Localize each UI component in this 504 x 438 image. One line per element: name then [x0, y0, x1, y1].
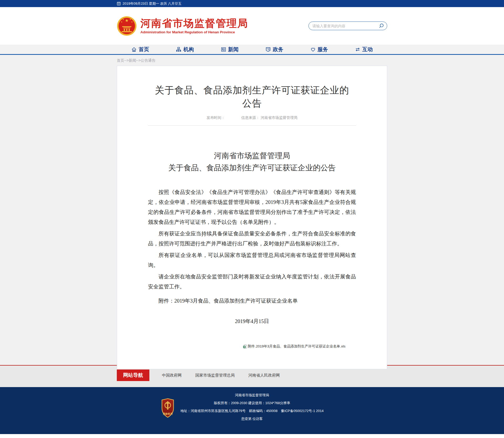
nav-item-label: 互动 [362, 46, 373, 53]
footer-org: 河南省市场监督管理局 [117, 391, 387, 399]
attachment-link[interactable]: 附件.2019年3月食品、食品添加剂生产许可证获证企业名单.xls [243, 344, 345, 349]
source-label: 信息来源： [241, 115, 260, 120]
search-icon[interactable] [379, 23, 384, 29]
article-paragraph: 所有获证企业名单，可以从国家市场监督管理总局或河南省市场监督管理局网站查询。 [148, 250, 356, 270]
article-body: 按照《食品安全法》《食品生产许可管理办法》《食品生产许可审查通则》等有关规定，依… [148, 187, 356, 326]
footer-link-china-gov[interactable]: 中国政府网 [162, 373, 182, 378]
nav-item-label: 服务 [318, 46, 328, 53]
main-content-area: 首页-->新闻-->公告通告 关于食品、食品添加剂生产许可证获证企业的公告 发布… [0, 55, 504, 369]
site-nav-button[interactable]: 网站导航 [117, 370, 149, 381]
document-title-line2: 关于食品、食品添加剂生产许可证获证企业的公告 [148, 162, 356, 174]
source-value: 河南省市场监督管理局 [261, 115, 297, 120]
svg-text:党政机关: 党政机关 [163, 412, 173, 415]
nav-item-org[interactable]: 机构 [176, 46, 194, 53]
news-icon [221, 47, 226, 52]
nav-item-label: 首页 [139, 46, 149, 53]
nav-item-service[interactable]: 服务 [310, 46, 328, 53]
search-box[interactable] [308, 22, 387, 30]
topbar: 2019年09月23日 星期一 农历 八月廿五 [0, 0, 504, 7]
site-title: 河南省市场监督管理局 [140, 18, 248, 29]
service-heart-icon [310, 47, 316, 52]
publish-time-label: 发布时间： [207, 115, 225, 120]
main-navigation: 首页 机构 [0, 45, 504, 55]
article-paragraph: 所有获证企业应当持续具备保证食品质量安全必备条件，生产符合食品安全标准的食品，按… [148, 229, 356, 249]
footer-link-samr[interactable]: 国家市场监督管理总局 [195, 373, 235, 378]
breadcrumb[interactable]: 首页-->新闻-->公告通告 [117, 55, 387, 66]
article-card: 关于食品、食品添加剂生产许可证获证企业的公告 发布时间： 信息来源： 河南省市场… [117, 66, 387, 369]
nav-item-label: 政务 [273, 46, 283, 53]
article-paragraph: 请企业所在地食品安全监管部门及时将新发证企业纳入年度监管计划，依法开展食品安全监… [148, 272, 356, 292]
document-title-line1: 河南省市场监督管理局 [148, 150, 356, 162]
site-footer: 党政机关 河南省市场监督管理局 版权所有：2009-2030 建议使用：1024… [0, 387, 504, 434]
home-icon [131, 47, 137, 52]
org-chart-icon [176, 47, 181, 52]
nav-item-label: 机构 [183, 46, 194, 53]
document-date: 2019年4月15日 [148, 316, 356, 326]
nav-item-home[interactable]: 首页 [131, 46, 149, 53]
article-paragraph: 按照《食品安全法》《食品生产许可管理办法》《食品生产许可审查通则》等有关规定，依… [148, 187, 356, 227]
national-emblem-logo [117, 16, 137, 36]
nav-item-gov[interactable]: 政务 [265, 46, 283, 53]
gov-affairs-icon [265, 47, 271, 52]
topbar-date: 2019年09月23日 星期一 农历 八月廿五 [123, 1, 182, 6]
nav-item-interact[interactable]: 互动 [355, 46, 373, 53]
site-header: 河南省市场监督管理局 Administration for Market Reg… [0, 7, 504, 45]
party-gov-shield-badge: 党政机关 [161, 398, 175, 419]
article-meta: 发布时间： 信息来源： 河南省市场监督管理局 [148, 115, 356, 126]
nav-item-label: 新闻 [228, 46, 239, 53]
interact-arrows-icon [355, 47, 360, 52]
search-input[interactable] [312, 24, 379, 28]
site-brand: 河南省市场监督管理局 Administration for Market Reg… [117, 16, 248, 36]
document-title: 河南省市场监督管理局 关于食品、食品添加剂生产许可证获证企业的公告 [148, 150, 356, 174]
attachment-link-text: 附件.2019年3月食品、食品添加剂生产许可证获证企业名单.xls [248, 344, 345, 349]
excel-file-icon [243, 344, 247, 349]
footer-link-henan-gov[interactable]: 河南省人民政府网 [248, 373, 280, 378]
footer-copyright: 版权所有：2009-2030 建议使用：1024*768分辨率 [117, 399, 387, 407]
footer-visitor-count: 您是第 位访客 [117, 415, 387, 423]
calendar-icon [117, 2, 121, 6]
footer-address: 地址：河南省郑州市郑东新区熊儿河路79号 邮政编码：450008 豫ICP备05… [117, 407, 387, 415]
attachment-note: 附件：2019年3月食品、食品添加剂生产许可证获证企业名单 [148, 296, 356, 306]
page-title: 关于食品、食品添加剂生产许可证获证企业的公告 [152, 84, 352, 110]
site-subtitle: Administration for Market Regulation of … [140, 30, 248, 34]
nav-item-news[interactable]: 新闻 [221, 46, 239, 53]
